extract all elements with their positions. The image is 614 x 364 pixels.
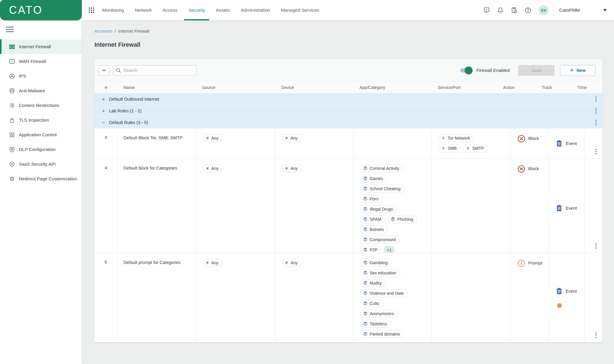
kebab-menu-icon[interactable]: [595, 149, 597, 154]
shield-badge-icon: [9, 146, 15, 152]
col-source: Source: [196, 85, 275, 90]
source-cell: ✳Any: [196, 253, 275, 342]
sidebar-item-application-control[interactable]: Application Control: [0, 127, 82, 142]
sidebar-item-saas-security-api[interactable]: SaaS Security API: [0, 157, 82, 171]
hexagon-x-icon: [9, 161, 15, 167]
nav-access[interactable]: Access: [162, 0, 177, 20]
cato-logo[interactable]: CATO: [0, 0, 82, 20]
rule-row-3[interactable]: 3 Default Block Tor, SMB, SMTP ✳Any ✳Any…: [94, 129, 603, 159]
help-icon[interactable]: [525, 7, 531, 13]
layers-icon: [363, 260, 368, 265]
firewall-bricks-icon: [9, 44, 15, 50]
rule-row-4[interactable]: 4 Default block for Categories ✳Any ✳Any…: [94, 159, 603, 253]
category-chip: SPAM: [360, 215, 385, 223]
track-cell: Event: [549, 129, 585, 158]
category-chip: P2P: [360, 246, 381, 254]
device-cell: ✳Any: [275, 159, 353, 257]
layers-icon: [363, 321, 368, 326]
kebab-menu-icon[interactable]: [595, 108, 597, 114]
sidebar-item-label: IPS: [19, 73, 26, 78]
kebab-menu-icon[interactable]: [595, 243, 597, 249]
nav-monitoring[interactable]: Monitoring: [102, 0, 124, 20]
sidebar-item-label: TLS Inspection: [19, 117, 49, 123]
event-clipboard-icon: [556, 140, 562, 147]
cato-logo-text: CATO: [9, 4, 43, 16]
group-label: Default Rules (3 - 5): [109, 120, 148, 125]
nav-administration[interactable]: Administration: [241, 0, 270, 20]
asterisk-icon: ✳: [206, 166, 209, 170]
breadcrumb-accounts-link[interactable]: Accounts: [94, 29, 112, 34]
sidebar-item-anti-malware[interactable]: Anti-Malware: [0, 83, 82, 98]
group-row-lab-rules[interactable]: + Lab Rules (1 - 2): [94, 105, 603, 117]
rule-name: Default Block Tor, SMB, SMTP: [118, 129, 196, 158]
layers-icon: [363, 197, 368, 201]
group-row-default-rules[interactable]: − Default Rules (3 - 5): [94, 117, 603, 129]
layers-icon: [363, 247, 368, 252]
collapse-minus-icon[interactable]: −: [101, 120, 106, 125]
app-squares-icon: [9, 132, 15, 138]
kebab-menu-icon[interactable]: [595, 96, 597, 102]
bulk-actions-dropdown-button[interactable]: [99, 65, 109, 75]
group-row-default-outbound-internet[interactable]: + Default Outbound Internet: [94, 93, 603, 105]
col-service-port: Service/Port: [432, 85, 510, 90]
layers-icon: [363, 176, 368, 181]
nav-network[interactable]: Network: [135, 0, 152, 20]
track-label: Event: [566, 141, 577, 146]
kebab-menu-icon[interactable]: [595, 333, 597, 338]
any-chip: ✳Any: [203, 164, 222, 172]
sidebar-item-label: Anti-Malware: [19, 88, 45, 93]
new-rule-button[interactable]: ✳ New: [560, 65, 595, 76]
gear-icon: [9, 176, 15, 182]
firewall-enabled-label: Firewall Enabled: [476, 68, 510, 73]
account-caret-down-icon[interactable]: [603, 9, 607, 11]
sidebar-item-tls-inspection[interactable]: TLS Inspection: [0, 113, 82, 127]
save-button[interactable]: Save: [518, 65, 555, 76]
layers-icon: [363, 311, 368, 316]
category-chip: Criminal Activity: [360, 164, 403, 172]
expand-plus-icon[interactable]: +: [101, 108, 106, 114]
apps-grid-icon[interactable]: [88, 0, 94, 20]
service-bolt-icon: [441, 136, 446, 140]
col-time: Time: [585, 85, 603, 90]
action-label: Block: [528, 136, 539, 141]
nav-assets[interactable]: Assets: [216, 0, 230, 20]
kebab-menu-icon[interactable]: [595, 120, 597, 125]
sidebar-item-label: DLP Configuration: [19, 147, 55, 152]
block-icon: [517, 135, 525, 143]
list-icon: [9, 102, 15, 108]
sidebar-item-dlp-configuration[interactable]: DLP Configuration: [0, 142, 82, 157]
sidebar-item-ips[interactable]: IPS: [0, 69, 82, 83]
search-input[interactable]: [123, 68, 193, 73]
track-cell: Event: [549, 253, 585, 342]
feedback-icon[interactable]: [483, 7, 490, 13]
expand-plus-icon[interactable]: +: [101, 97, 106, 102]
user-avatar[interactable]: ES: [538, 5, 549, 15]
app-category-cell: Criminal Activity Games School Cheating …: [353, 159, 432, 257]
sidebar-item-wan-firewall[interactable]: WAN Firewall: [0, 54, 82, 69]
track-cell: Event: [549, 159, 585, 257]
sidebar-item-content-restrictions[interactable]: Content Restrictions: [0, 98, 82, 113]
nav-security[interactable]: Security: [188, 0, 205, 20]
sidebar-item-internet-firewall[interactable]: Internet Firewall: [0, 39, 82, 54]
sidebar-item-redirect-page-customization[interactable]: Redirect Page Customization: [0, 171, 82, 186]
rule-number: 4: [94, 159, 118, 257]
apps-grid-glyph: [88, 7, 94, 13]
hamburger-menu-icon[interactable]: [6, 26, 14, 33]
topbar-divider: [553, 4, 554, 16]
sidebar-item-label: Content Restrictions: [19, 103, 59, 108]
whats-new-icon[interactable]: [511, 7, 517, 13]
search-box: [113, 65, 197, 75]
breadcrumb-current: Internet Firewall: [118, 29, 149, 34]
col-device: Device: [275, 85, 353, 90]
category-chip: Parked domains: [360, 330, 404, 338]
nav-managed-services[interactable]: Managed Services: [281, 0, 319, 20]
notifications-bell-icon[interactable]: [497, 7, 504, 13]
page-title: Internet Firewall: [94, 41, 614, 48]
asterisk-icon: ✳: [206, 261, 209, 265]
layers-icon: [363, 301, 368, 306]
firewall-enabled-toggle[interactable]: [460, 68, 472, 73]
layers-icon: [391, 217, 395, 221]
category-chip: Anonymizers: [360, 309, 398, 318]
overflow-badge[interactable]: +1: [384, 246, 395, 254]
rule-row-5[interactable]: 5 Default prompt for Categories ✳Any ✳An…: [94, 253, 603, 342]
